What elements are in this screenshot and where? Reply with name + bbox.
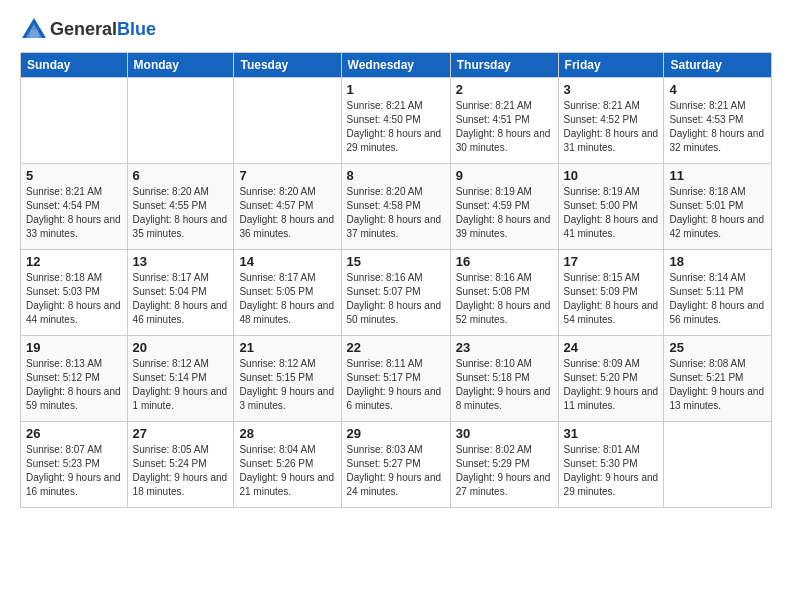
day-number: 24 [564, 340, 659, 355]
calendar-week-row: 12Sunrise: 8:18 AM Sunset: 5:03 PM Dayli… [21, 250, 772, 336]
weekday-header: Tuesday [234, 53, 341, 78]
day-info: Sunrise: 8:16 AM Sunset: 5:08 PM Dayligh… [456, 271, 553, 327]
day-info: Sunrise: 8:19 AM Sunset: 4:59 PM Dayligh… [456, 185, 553, 241]
calendar-week-row: 26Sunrise: 8:07 AM Sunset: 5:23 PM Dayli… [21, 422, 772, 508]
day-info: Sunrise: 8:16 AM Sunset: 5:07 PM Dayligh… [347, 271, 445, 327]
day-number: 23 [456, 340, 553, 355]
day-number: 9 [456, 168, 553, 183]
calendar-cell: 3Sunrise: 8:21 AM Sunset: 4:52 PM Daylig… [558, 78, 664, 164]
day-number: 20 [133, 340, 229, 355]
day-info: Sunrise: 8:21 AM Sunset: 4:51 PM Dayligh… [456, 99, 553, 155]
calendar-cell: 8Sunrise: 8:20 AM Sunset: 4:58 PM Daylig… [341, 164, 450, 250]
weekday-header: Friday [558, 53, 664, 78]
day-number: 6 [133, 168, 229, 183]
calendar-week-row: 1Sunrise: 8:21 AM Sunset: 4:50 PM Daylig… [21, 78, 772, 164]
day-info: Sunrise: 8:07 AM Sunset: 5:23 PM Dayligh… [26, 443, 122, 499]
day-number: 10 [564, 168, 659, 183]
weekday-header: Wednesday [341, 53, 450, 78]
calendar-cell: 7Sunrise: 8:20 AM Sunset: 4:57 PM Daylig… [234, 164, 341, 250]
calendar-cell: 15Sunrise: 8:16 AM Sunset: 5:07 PM Dayli… [341, 250, 450, 336]
day-info: Sunrise: 8:20 AM Sunset: 4:55 PM Dayligh… [133, 185, 229, 241]
calendar-cell [127, 78, 234, 164]
weekday-header: Thursday [450, 53, 558, 78]
day-number: 29 [347, 426, 445, 441]
day-number: 26 [26, 426, 122, 441]
calendar-cell: 23Sunrise: 8:10 AM Sunset: 5:18 PM Dayli… [450, 336, 558, 422]
calendar-cell: 14Sunrise: 8:17 AM Sunset: 5:05 PM Dayli… [234, 250, 341, 336]
day-info: Sunrise: 8:14 AM Sunset: 5:11 PM Dayligh… [669, 271, 766, 327]
day-info: Sunrise: 8:05 AM Sunset: 5:24 PM Dayligh… [133, 443, 229, 499]
calendar-cell: 22Sunrise: 8:11 AM Sunset: 5:17 PM Dayli… [341, 336, 450, 422]
day-number: 1 [347, 82, 445, 97]
day-number: 22 [347, 340, 445, 355]
day-info: Sunrise: 8:04 AM Sunset: 5:26 PM Dayligh… [239, 443, 335, 499]
day-number: 4 [669, 82, 766, 97]
day-number: 12 [26, 254, 122, 269]
day-info: Sunrise: 8:17 AM Sunset: 5:04 PM Dayligh… [133, 271, 229, 327]
calendar-cell [664, 422, 772, 508]
day-number: 14 [239, 254, 335, 269]
day-number: 17 [564, 254, 659, 269]
day-info: Sunrise: 8:21 AM Sunset: 4:50 PM Dayligh… [347, 99, 445, 155]
calendar-cell: 13Sunrise: 8:17 AM Sunset: 5:04 PM Dayli… [127, 250, 234, 336]
calendar-week-row: 19Sunrise: 8:13 AM Sunset: 5:12 PM Dayli… [21, 336, 772, 422]
day-info: Sunrise: 8:19 AM Sunset: 5:00 PM Dayligh… [564, 185, 659, 241]
day-number: 27 [133, 426, 229, 441]
page: GeneralBlue SundayMondayTuesdayWednesday… [0, 0, 792, 518]
calendar-cell: 20Sunrise: 8:12 AM Sunset: 5:14 PM Dayli… [127, 336, 234, 422]
calendar-week-row: 5Sunrise: 8:21 AM Sunset: 4:54 PM Daylig… [21, 164, 772, 250]
day-number: 2 [456, 82, 553, 97]
day-number: 15 [347, 254, 445, 269]
day-info: Sunrise: 8:12 AM Sunset: 5:14 PM Dayligh… [133, 357, 229, 413]
day-number: 13 [133, 254, 229, 269]
calendar-cell: 12Sunrise: 8:18 AM Sunset: 5:03 PM Dayli… [21, 250, 128, 336]
calendar-cell: 4Sunrise: 8:21 AM Sunset: 4:53 PM Daylig… [664, 78, 772, 164]
day-number: 30 [456, 426, 553, 441]
calendar-cell: 24Sunrise: 8:09 AM Sunset: 5:20 PM Dayli… [558, 336, 664, 422]
logo-icon [20, 16, 48, 44]
calendar-cell: 25Sunrise: 8:08 AM Sunset: 5:21 PM Dayli… [664, 336, 772, 422]
calendar-cell: 30Sunrise: 8:02 AM Sunset: 5:29 PM Dayli… [450, 422, 558, 508]
calendar-cell: 31Sunrise: 8:01 AM Sunset: 5:30 PM Dayli… [558, 422, 664, 508]
day-info: Sunrise: 8:21 AM Sunset: 4:54 PM Dayligh… [26, 185, 122, 241]
day-number: 19 [26, 340, 122, 355]
day-info: Sunrise: 8:13 AM Sunset: 5:12 PM Dayligh… [26, 357, 122, 413]
calendar-cell: 5Sunrise: 8:21 AM Sunset: 4:54 PM Daylig… [21, 164, 128, 250]
calendar-cell: 2Sunrise: 8:21 AM Sunset: 4:51 PM Daylig… [450, 78, 558, 164]
calendar-cell: 28Sunrise: 8:04 AM Sunset: 5:26 PM Dayli… [234, 422, 341, 508]
day-number: 5 [26, 168, 122, 183]
calendar-cell: 17Sunrise: 8:15 AM Sunset: 5:09 PM Dayli… [558, 250, 664, 336]
weekday-header: Monday [127, 53, 234, 78]
day-info: Sunrise: 8:10 AM Sunset: 5:18 PM Dayligh… [456, 357, 553, 413]
day-number: 31 [564, 426, 659, 441]
day-info: Sunrise: 8:20 AM Sunset: 4:58 PM Dayligh… [347, 185, 445, 241]
day-info: Sunrise: 8:12 AM Sunset: 5:15 PM Dayligh… [239, 357, 335, 413]
calendar-cell [21, 78, 128, 164]
calendar-cell: 29Sunrise: 8:03 AM Sunset: 5:27 PM Dayli… [341, 422, 450, 508]
day-info: Sunrise: 8:17 AM Sunset: 5:05 PM Dayligh… [239, 271, 335, 327]
calendar-cell: 11Sunrise: 8:18 AM Sunset: 5:01 PM Dayli… [664, 164, 772, 250]
day-number: 16 [456, 254, 553, 269]
day-number: 18 [669, 254, 766, 269]
logo: GeneralBlue [20, 16, 156, 44]
day-info: Sunrise: 8:18 AM Sunset: 5:01 PM Dayligh… [669, 185, 766, 241]
calendar-cell: 6Sunrise: 8:20 AM Sunset: 4:55 PM Daylig… [127, 164, 234, 250]
header: GeneralBlue [20, 16, 772, 44]
day-number: 11 [669, 168, 766, 183]
calendar-cell [234, 78, 341, 164]
day-info: Sunrise: 8:08 AM Sunset: 5:21 PM Dayligh… [669, 357, 766, 413]
calendar-cell: 1Sunrise: 8:21 AM Sunset: 4:50 PM Daylig… [341, 78, 450, 164]
day-info: Sunrise: 8:20 AM Sunset: 4:57 PM Dayligh… [239, 185, 335, 241]
calendar-cell: 21Sunrise: 8:12 AM Sunset: 5:15 PM Dayli… [234, 336, 341, 422]
calendar-cell: 16Sunrise: 8:16 AM Sunset: 5:08 PM Dayli… [450, 250, 558, 336]
day-number: 7 [239, 168, 335, 183]
day-number: 8 [347, 168, 445, 183]
calendar-cell: 9Sunrise: 8:19 AM Sunset: 4:59 PM Daylig… [450, 164, 558, 250]
day-info: Sunrise: 8:21 AM Sunset: 4:52 PM Dayligh… [564, 99, 659, 155]
calendar-cell: 10Sunrise: 8:19 AM Sunset: 5:00 PM Dayli… [558, 164, 664, 250]
calendar-table: SundayMondayTuesdayWednesdayThursdayFrid… [20, 52, 772, 508]
calendar-header-row: SundayMondayTuesdayWednesdayThursdayFrid… [21, 53, 772, 78]
weekday-header: Saturday [664, 53, 772, 78]
day-info: Sunrise: 8:18 AM Sunset: 5:03 PM Dayligh… [26, 271, 122, 327]
calendar-cell: 18Sunrise: 8:14 AM Sunset: 5:11 PM Dayli… [664, 250, 772, 336]
